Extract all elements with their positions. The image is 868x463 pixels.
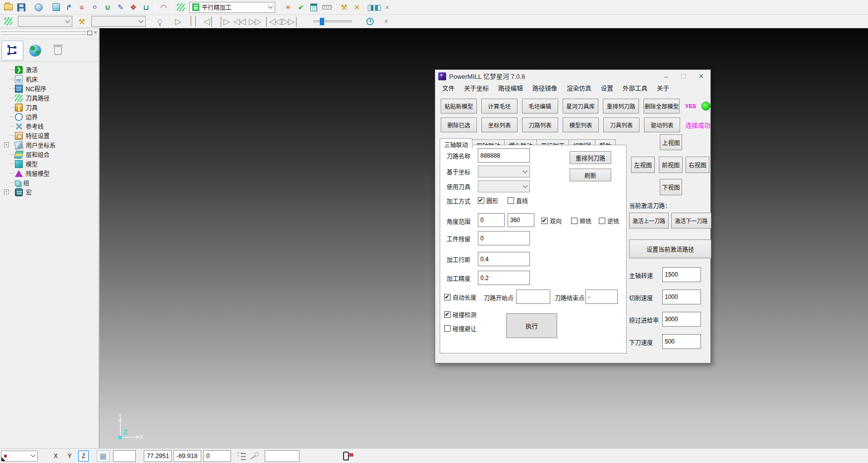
coordinate-list-icon[interactable] [238, 452, 246, 460]
tree-item-boundaries[interactable]: 边界 [3, 112, 99, 121]
leads-links-button[interactable]: ∪ [102, 1, 114, 13]
collision-avoid-checkbox[interactable]: 碰撞避让 [444, 324, 476, 333]
tab-explorer[interactable] [1, 41, 23, 60]
workplane-select[interactable] [1, 451, 38, 462]
paste-new-model-button[interactable]: 粘贴新模型 [441, 99, 477, 114]
block-button[interactable] [50, 1, 62, 13]
delete-all-models-button[interactable]: 删除全部模型 [643, 99, 680, 114]
mode-line-checkbox[interactable]: 直线 [508, 196, 528, 205]
close-simulation-toolbar-button[interactable]: × [380, 15, 392, 27]
tree-item-machine-tools[interactable]: 机床 [3, 74, 99, 84]
simulation-tool-button[interactable]: ⚒ [76, 15, 88, 27]
angle-to-input[interactable] [508, 213, 534, 227]
tab-web[interactable] [24, 41, 46, 60]
top-view-button[interactable]: 上视图 [660, 134, 682, 150]
tree-item-patterns[interactable]: 参考线 [3, 121, 99, 131]
play-button[interactable]: ▷ [172, 15, 184, 27]
grid-size-input[interactable] [113, 450, 136, 462]
maximize-button[interactable] [681, 74, 686, 79]
menu-about[interactable]: 关于 [657, 83, 669, 93]
based-on-coord-select[interactable] [478, 166, 530, 177]
tree-item-levels-and-sets[interactable]: 层和组合 [3, 150, 99, 159]
rapid-heights-button[interactable]: ≡ [76, 1, 88, 13]
collision-check-checkbox[interactable]: 碰撞检测 [444, 310, 476, 319]
auto-length-checkbox[interactable]: 自动长度 [444, 293, 476, 301]
pause-button[interactable]: ││ [187, 15, 199, 27]
plunge-feed-input[interactable] [662, 334, 701, 349]
stepover-input[interactable] [478, 252, 530, 266]
expand-icon[interactable]: + [4, 142, 9, 147]
conventional-mill-checkbox[interactable]: 逆铣 [599, 217, 619, 225]
menu-external-tools[interactable]: 外部工具 [623, 83, 647, 93]
delete-selected-button[interactable]: 删除已选 [441, 117, 477, 132]
tree-item-feature-sets[interactable]: 特征设置 [3, 131, 99, 140]
rearrange-toolpaths-button[interactable]: 重排列刀路 [603, 99, 639, 114]
climb-mill-checkbox[interactable]: 顺铣 [571, 217, 591, 225]
tool-holder-button[interactable]: ⊔ [140, 1, 152, 13]
tab-recycle[interactable] [47, 41, 69, 60]
simulation-toolpath-select[interactable] [18, 16, 72, 27]
tree-item-nc-programs[interactable]: NC程序 [3, 84, 99, 93]
menu-render-sim[interactable]: 渲染仿真 [567, 83, 591, 93]
locate-probe-icon[interactable] [251, 452, 259, 460]
angle-from-input[interactable] [478, 213, 505, 227]
rewind-button[interactable]: ◁◁ [233, 15, 245, 27]
tree-item-tools[interactable]: 刀具 [3, 103, 99, 112]
simulation-clock-button[interactable] [364, 15, 376, 27]
cutting-feed-input[interactable] [662, 289, 701, 304]
tool-button[interactable]: ⚪ [89, 1, 101, 13]
open-project-button[interactable] [2, 1, 14, 13]
start-end-point-button[interactable]: ✎ [115, 1, 126, 13]
tree-item-groups[interactable]: 组 [3, 178, 99, 187]
tolerance-input[interactable] [478, 271, 530, 285]
minimize-button[interactable]: – [664, 73, 668, 80]
calc-block-button[interactable]: 计算毛坯 [481, 99, 518, 114]
menu-path-mirror[interactable]: 路径镜像 [532, 83, 557, 93]
axis-y-button[interactable]: Y [64, 451, 75, 462]
execute-button[interactable]: 执行 [506, 313, 557, 338]
compare-models-button[interactable]: ◨◧ [368, 1, 380, 13]
close-toolbar-button[interactable]: × [381, 1, 393, 13]
slider-handle[interactable] [320, 18, 324, 25]
right-view-button[interactable]: 右视图 [686, 157, 709, 173]
model-list-button[interactable]: 模型列表 [563, 117, 599, 132]
menu-file[interactable]: 文件 [442, 83, 455, 93]
menu-settings[interactable]: 设置 [601, 83, 613, 93]
drive-list-button[interactable]: 驱动列表 [644, 117, 680, 132]
go-to-end-button[interactable]: ▷▷│ [282, 15, 299, 27]
end-point-input[interactable] [585, 289, 618, 304]
step-forward-button[interactable]: │▷ [218, 15, 230, 27]
rearrange-toolpaths-button-2[interactable]: 重排列刀路 [570, 151, 611, 164]
tool-library-button[interactable]: 星河刀具库 [563, 99, 599, 114]
activate-next-toolpath-button[interactable]: 激活下一刀路 [671, 213, 711, 229]
close-panel-icon[interactable]: × [94, 29, 97, 35]
dialog-titlebar[interactable]: PowerMILL 忆梦星河 7.0.6 – × [435, 70, 710, 82]
panel-grip[interactable] [1, 30, 86, 32]
tree-item-stock-models[interactable]: 残留模型 [3, 169, 99, 178]
calculator-button[interactable] [308, 1, 320, 13]
step-back-button[interactable]: ◁│ [203, 15, 215, 27]
left-view-button[interactable]: 左视图 [631, 157, 655, 173]
toolpath-button[interactable] [175, 1, 187, 13]
bidirectional-checkbox[interactable]: 双向 [541, 217, 562, 225]
stock-remain-input[interactable] [478, 231, 530, 245]
expand-icon[interactable]: + [4, 189, 9, 194]
menu-about-coords[interactable]: 关于坐标 [464, 83, 489, 93]
tree-item-toolpaths[interactable]: 刀具路径 [3, 93, 99, 103]
simulation-speed-slider[interactable] [313, 20, 352, 22]
measure-button[interactable] [321, 1, 333, 13]
highlight-button[interactable] [154, 15, 166, 27]
bottom-view-button[interactable]: 下视图 [660, 179, 682, 195]
tab-3axis[interactable]: 三轴联动 [440, 138, 472, 149]
fast-forward-button[interactable]: ▷▷ [249, 15, 261, 27]
simulation-tool-select[interactable] [91, 16, 146, 27]
simulation-toolpath-button[interactable] [2, 15, 14, 27]
shaded-view-button[interactable] [33, 1, 45, 13]
panel-grip[interactable] [1, 33, 86, 35]
front-view-button[interactable]: 前视图 [659, 157, 683, 173]
close-button[interactable]: × [699, 72, 703, 80]
simulation-button[interactable]: ◠ [158, 1, 170, 13]
pattern-button[interactable]: ❖ [127, 1, 139, 13]
start-point-input[interactable] [516, 289, 550, 304]
active-toolpath-select[interactable]: 平行精加工 [189, 2, 275, 13]
